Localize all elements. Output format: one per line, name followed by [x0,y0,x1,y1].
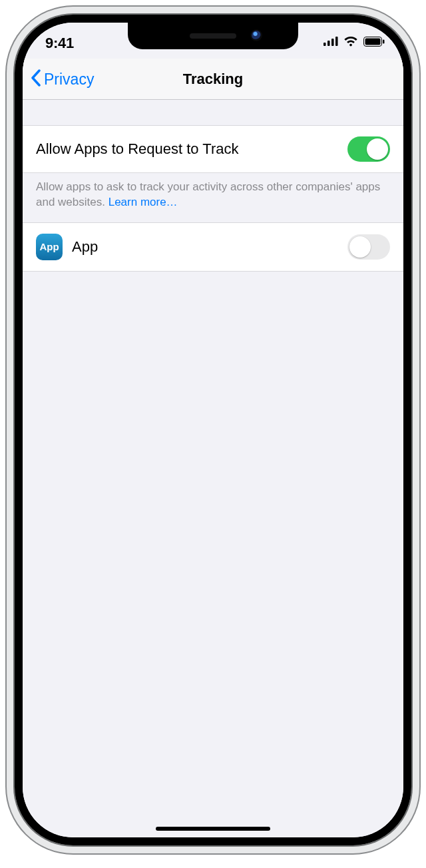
side-button [414,197,418,276]
allow-apps-row: Allow Apps to Request to Track [23,125,403,173]
earpiece-speaker [190,33,236,39]
screen: 9:41 [23,23,403,837]
front-camera [252,31,261,40]
svg-rect-5 [365,38,381,45]
mute-switch [8,137,12,164]
notch [128,23,298,49]
learn-more-link[interactable]: Learn more… [108,196,178,208]
volume-up-button [8,184,12,234]
nav-bar: Privacy Tracking [23,59,403,100]
content: Allow Apps to Request to Track Allow app… [23,100,403,837]
svg-rect-2 [331,39,334,46]
svg-rect-6 [383,39,385,43]
footer-text: Allow apps to ask to track your activity… [36,180,380,208]
svg-rect-1 [327,41,330,46]
back-button[interactable]: Privacy [31,69,94,89]
battery-icon [363,37,385,47]
chevron-left-icon [31,69,41,89]
home-indicator[interactable] [156,827,270,831]
status-time: 9:41 [45,35,74,52]
svg-rect-3 [335,37,338,46]
status-right-cluster [323,36,385,47]
app-tracking-toggle[interactable] [347,234,390,260]
app-icon: App [36,234,63,260]
allow-apps-label: Allow Apps to Request to Track [36,140,239,158]
allow-apps-footer: Allow apps to ask to track your activity… [23,173,403,222]
svg-rect-0 [323,43,326,46]
allow-apps-toggle[interactable] [347,136,390,162]
cellular-signal-icon [323,37,338,46]
app-name-label: App [72,238,98,256]
volume-down-button [8,248,12,298]
page-title: Tracking [183,71,243,88]
back-label: Privacy [44,71,94,89]
app-row: AppApp [23,222,403,272]
wifi-icon [343,36,358,47]
phone-frame: 9:41 [15,15,411,845]
